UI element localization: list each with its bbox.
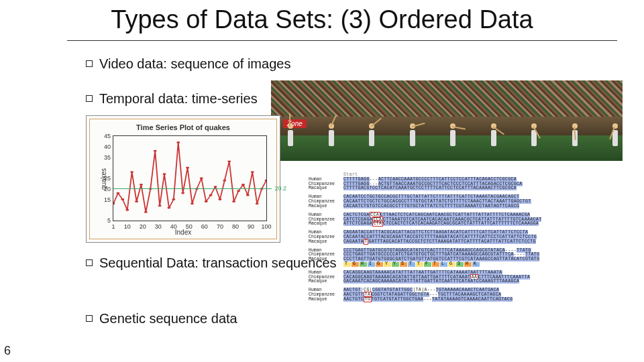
svg-point-16 [186,167,189,169]
svg-point-33 [264,180,266,182]
chart-x-tick: 50 [186,223,193,230]
alignment-block: HumanCACAGGCAAGTAAAAACATATTTATTAATTGATTT… [309,271,623,284]
alignment-block: HumanCACTCTCGACCACTTAACTCTCATCAGCAATCAAC… [309,213,623,227]
chart-x-tick: 90 [248,223,254,230]
svg-point-17 [191,202,194,204]
page-number: 6 [4,344,11,358]
chart-y-tick: 20 [97,186,111,192]
bullet-genetic: Genetic sequence data [86,311,237,326]
bullet-temporal: Temporal data: time-series [86,91,258,107]
batter-frame [488,123,500,150]
slide-title: Types of Data Sets: (3) Ordered Data [0,5,644,34]
chart-y-tick: 40 [97,143,111,150]
alignment-row: MacaqueGACAAATCACAGCAAAAACATATTTATTGATTA… [309,280,623,284]
svg-point-10 [158,205,162,207]
svg-point-12 [167,207,170,209]
svg-point-13 [172,198,175,200]
svg-point-21 [209,194,213,196]
alignment-block: HumanCTTTTGAGG---ACTTCAACCAAATGCCCCTTTCA… [309,178,623,191]
bullet-marker-icon [86,60,93,67]
svg-point-28 [241,184,245,186]
chart-x-tick: 80 [232,223,239,230]
bullet-text: Genetic sequence data [99,311,237,326]
chart-x-tick: 10 [124,223,131,230]
chart-y-tick: 35 [97,154,111,161]
species-label: Macaque [309,298,343,302]
bullet-text: Sequential Data: transaction sequences [99,255,337,271]
svg-point-14 [176,141,180,143]
svg-point-26 [232,200,235,202]
chart-y-tick: 15 [97,196,111,203]
svg-point-2 [121,198,124,200]
svg-point-30 [251,171,254,173]
svg-point-11 [162,173,166,175]
chart-x-tick: 1 [111,223,115,230]
alignment-row: MacaqueATTCTCGAGACTACTCCACTCTCATCACAAGAT… [309,222,623,227]
svg-point-6 [140,184,143,186]
sequence-text: ATTCTCGAGACTACTCCACTCTCATCACAAGATCAGCGCA… [343,222,539,227]
chart-x-tick: 100 [261,223,271,230]
sequence-alignment-figure: StartHumanCTTTTGAGG---ACTTCAACCAAATGCCCC… [309,173,623,306]
svg-point-5 [135,200,138,202]
svg-point-3 [125,209,129,211]
batter-frame [609,123,621,150]
species-label: Macaque [309,204,343,209]
alignment-block: HumanCAGAATACCATTTACGCACATTACGTTCTCTTAAG… [309,231,623,244]
bullet-marker-icon [86,259,93,266]
alignment-block: HumanCCCTGAGTTGATGCGTGTAGAGCATATGTCACTTT… [309,249,623,267]
batter-frame [447,123,459,150]
chart-frame: Time Series Plot of quakes quakes Index … [89,119,277,239]
svg-point-25 [227,160,231,162]
bullet-video: Video data: sequence of images [86,56,290,72]
title-underline [67,40,617,41]
alignment-row: MacaqueAACTGTCTGTGTCATGTATTGGCTGAA---TAT… [309,298,623,302]
chart-mean-label: 20.2 [274,185,286,192]
svg-point-27 [237,190,240,192]
chart-x-tick: 40 [170,223,177,230]
sequence-text: CAGAATATGATTTAGCACATTACCGCTCTCTTAAAGATAT… [343,240,536,245]
svg-point-22 [213,186,217,188]
batter-frame [366,123,378,150]
svg-point-24 [223,180,226,182]
crowd-background [271,80,623,117]
bullet-marker-icon [86,95,93,102]
sequence-text: CACAATCTGTGTCCACGCCTTTGTGCTATTATCTCTTTTC… [343,204,519,209]
species-label: Macaque [309,257,343,262]
svg-point-19 [200,178,203,180]
species-label: Macaque [309,280,343,284]
sequence-text: CTTTTGACGTCCTCACATCAAATGCTCCTTTTCATTCCTC… [343,186,517,191]
chart-plot-area: 5152025354045110203040506070809010020.2 [113,135,267,221]
chart-y-tick: 25 [97,175,111,182]
timeseries-chart: Time Series Plot of quakes quakes Index … [86,115,280,243]
chart-title: Time Series Plot of quakes [90,123,276,131]
species-label: Macaque [309,240,343,245]
bullet-sequential: Sequential Data: transaction sequences [86,255,337,271]
svg-point-1 [116,192,119,194]
bullet-text: Temporal data: time-series [99,91,258,107]
chart-mean-line [113,188,272,189]
alignment-row: MacaqueCACAATCTGTGTCCACGCCTTTGTGCTATTATC… [309,204,623,209]
svg-point-9 [154,150,157,152]
svg-point-15 [181,192,184,194]
batter-frame [284,123,297,150]
species-label: Macaque [309,222,343,227]
svg-point-4 [130,171,133,173]
bullet-marker-icon [86,315,93,322]
chart-y-tick: 5 [97,217,111,224]
chart-x-tick: 70 [217,223,223,230]
chart-series [113,136,266,221]
chart-x-tick: 60 [201,223,208,230]
sequence-text: AACTGTCTGTGTCATGTATTGGCTGAA---TATATAAAAG… [343,298,513,302]
svg-point-23 [218,198,221,200]
alignment-block: HumanAACTGT|CG|CGGTATGTATTGGC|TA|A---TGT… [309,288,623,302]
alignment-row: MacaqueCAGAATATGATTTAGCACATTACCGCTCTCTTA… [309,240,623,245]
batter-frame [325,123,337,150]
batter-frame [569,123,581,150]
batter-frame [528,123,540,150]
batter-frame [407,123,419,150]
sequence-text: GACAAATCACAGCAAAAACATATTTATTGATTATCAATTT… [343,280,519,284]
svg-point-29 [246,194,250,196]
svg-point-7 [144,211,148,213]
svg-point-31 [256,202,259,204]
chart-y-tick: 45 [97,133,111,139]
